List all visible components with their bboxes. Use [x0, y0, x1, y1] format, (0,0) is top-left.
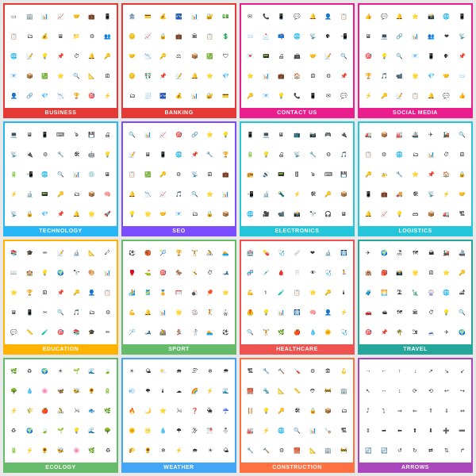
icon-cell-business-11: 📁 — [69, 26, 84, 45]
icons-area-banking: 🏦💳💰🏧📊🔐💵🪙📈🔒💼🏛📋💲🤝📉🔑⚖📦💹🛡🪙💱📌📝🔔⭐💎🗂🧾🏧💰📊🔐💳 — [123, 5, 235, 117]
icon-cell-electronics-22: 🔬 — [259, 185, 274, 204]
icon-cell-electronics-20: 💾 — [336, 164, 351, 183]
icon-cell-arrows-20: ⇔ — [455, 401, 470, 420]
icon-cell-travel-31: 🏜 — [408, 323, 423, 342]
icon-cell-logistics-26: ⚡ — [440, 185, 455, 204]
icon-cell-weather-20: ☔ — [218, 401, 233, 420]
icons-area-contact: ✉📞📱💬🔔👤📋📨📩📫🌐📡🗣📲💌📟🖨📠🤝📝🔍⭐📊💼🏠🗓⚙📌🔑📧💡📞📱✉💬 — [241, 5, 353, 117]
icons-area-technology: 💻🖥📱⌨🖱💾🖨📡🔌⚙🔧🛠🤖💡🔋📲🌐🔍📊💿🖥⚡🔬📟🔑🗂📦🧠📡🔒💎📌🔔🌟🚀 — [5, 123, 117, 235]
icon-cell-healthcare-30: 🌿 — [274, 323, 289, 342]
icon-cell-ecology-7: 🌳 — [6, 381, 21, 400]
icon-cell-social-27: 📨 — [455, 67, 470, 86]
icon-cell-healthcare-4: ❤ — [305, 243, 321, 262]
icons-area-business: ▭🏢📊📈🤝💼📱📋🗂💰🖥📁⚙👥🌐📝💡📌⏱🔔🔑📧📦💹⭐🔍📐🗓👤🔗💎📉🏆🎯⚡ — [5, 5, 117, 117]
icon-cell-social-26: 🤝 — [440, 67, 455, 86]
icon-cell-sport-31: 🏂 — [171, 323, 186, 342]
icon-cell-contact-17: 📠 — [290, 46, 305, 65]
icon-cell-education-26: 🗂 — [85, 303, 100, 322]
icon-grid: ▭🏢📊📈🤝💼📱📋🗂💰🖥📁⚙👥🌐📝💡📌⏱🔔🔑📧📦💹⭐🔍📐🗓👤🔗💎📉🏆🎯⚡BUSIN… — [0, 0, 476, 476]
icon-cell-contact-21: ⭐ — [243, 67, 258, 86]
icons-area-sport: ⚽🏀🎾🏆🏋🚴🏊🥊⛳🎯🏇🤸⏱🎿🏄🎽🏅🥅🎳🏓⭐💪🔔📊🌟🏐🤾🥋🏸🎿🚵🏂🤺🏊⚽ — [123, 241, 235, 353]
category-label-sport: SPORT — [123, 344, 235, 353]
icon-cell-seo-5: ⭐ — [203, 125, 218, 144]
icon-cell-sport-34: ⚽ — [218, 323, 233, 342]
icon-cell-contact-6: 📋 — [336, 6, 351, 25]
icon-cell-sport-13: 🎿 — [218, 263, 233, 282]
icon-cell-ecology-11: 🐝 — [69, 381, 84, 400]
icon-cell-construction-21: 🏭 — [243, 421, 258, 440]
icon-cell-travel-3: 🗺 — [408, 243, 423, 262]
icon-cell-seo-19: 🗓 — [203, 164, 218, 183]
icon-cell-arrows-34: ↱ — [455, 441, 470, 460]
icon-cell-electronics-18: 🖱 — [305, 164, 321, 183]
icon-cell-logistics-9: 🌐 — [392, 144, 407, 163]
icon-cell-healthcare-25: 🧠 — [305, 303, 321, 322]
icon-cell-technology-20: 🖥 — [100, 164, 115, 183]
icon-cell-contact-7: 📨 — [243, 26, 258, 45]
icon-cell-contact-34: 💬 — [336, 86, 351, 106]
icon-cell-education-9: 💡 — [37, 263, 52, 282]
icon-cell-logistics-18: 📌 — [424, 164, 439, 183]
icon-cell-education-31: 🎯 — [53, 323, 68, 342]
icon-cell-travel-24: 🏛 — [408, 303, 423, 322]
icon-cell-seo-24: 🎵 — [171, 185, 186, 204]
icon-cell-construction-15: 💡 — [259, 401, 274, 420]
icon-cell-technology-5: 💾 — [85, 125, 100, 144]
icon-cell-education-22: 📱 — [22, 303, 37, 322]
icon-cell-construction-0: 🏗 — [243, 361, 258, 380]
icon-cell-logistics-15: 🚁 — [377, 164, 392, 183]
icon-cell-contact-2: 📱 — [274, 6, 289, 25]
icon-cell-contact-3: 💬 — [290, 6, 305, 25]
icon-cell-construction-25: 📊 — [305, 421, 321, 440]
icon-cell-contact-9: 📫 — [274, 26, 289, 45]
icon-cell-contact-14: 💌 — [243, 46, 258, 65]
icon-cell-contact-22: 📊 — [259, 67, 274, 86]
card-arrows: →←↑↓↗↘↙↖↔↕⟳⟲↩↪⤴⤵⇒⇐⇑⇓⇔⇕➡⬅⬆⬇➕➖🔄🔃↺↻⇄⇅↱ARROW… — [358, 358, 473, 473]
icon-cell-social-23: 📹 — [392, 67, 407, 86]
icon-cell-sport-3: 🏆 — [171, 243, 186, 262]
icon-cell-electronics-23: 🔦 — [274, 185, 289, 204]
icon-cell-logistics-5: 🚂 — [440, 125, 455, 144]
icon-cell-weather-30: ❄ — [155, 441, 171, 460]
icon-cell-technology-16: 🌐 — [37, 164, 52, 183]
icon-cell-logistics-13: 🗓 — [455, 144, 470, 163]
icon-cell-sport-6: 🏊 — [218, 243, 233, 262]
icon-cell-electronics-11: 🔧 — [305, 144, 321, 163]
icon-cell-logistics-3: 🚢 — [408, 125, 423, 144]
icons-area-weather: ☀🌤⛅🌧⛈❄🌨💨🌪🌡☁🌈⚡🌊🔥🌙⭐🌬❓🌦☔🌞🌝💧🌩🌫🌁⛄🌮🌻❄⚡🌧☀🌤 — [123, 359, 235, 471]
icon-cell-ecology-33: 🌿 — [85, 441, 100, 460]
icon-cell-ecology-2: 🌍 — [37, 361, 52, 380]
icon-cell-travel-6: 🚢 — [455, 243, 470, 262]
icon-cell-ecology-6: 🍃 — [100, 361, 115, 380]
icon-cell-healthcare-18: ⭐ — [305, 282, 321, 301]
icon-cell-sport-14: 🏄 — [125, 282, 140, 301]
icon-cell-banking-1: 💳 — [140, 6, 155, 25]
icon-cell-ecology-23: 🍃 — [37, 421, 52, 440]
icon-cell-ecology-22: 🌍 — [22, 421, 37, 440]
icon-cell-travel-18: 🎡 — [424, 282, 439, 301]
icon-cell-seo-33: 🔒 — [203, 205, 218, 224]
icon-cell-seo-11: 📌 — [187, 144, 202, 163]
icon-cell-seo-18: 📡 — [187, 164, 202, 183]
icon-cell-healthcare-19: 🔑 — [321, 282, 336, 301]
icon-cell-electronics-6: 🔌 — [336, 125, 351, 144]
icon-cell-healthcare-8: 💉 — [259, 263, 274, 282]
icon-cell-logistics-23: 🚚 — [392, 185, 407, 204]
icon-cell-travel-13: 🔑 — [455, 263, 470, 282]
icon-cell-banking-23: 📌 — [155, 67, 171, 86]
icon-cell-technology-18: 📊 — [69, 164, 84, 183]
icon-cell-sport-25: 🏐 — [187, 303, 202, 322]
icon-cell-business-28: 👤 — [6, 86, 21, 106]
icon-cell-healthcare-9: 🩸 — [274, 263, 289, 282]
icon-cell-education-7: 📖 — [6, 263, 21, 282]
icon-cell-education-28: 💬 — [6, 323, 21, 342]
icon-cell-sport-1: 🏀 — [140, 243, 155, 262]
icon-cell-social-19: 🗣 — [440, 46, 455, 65]
icon-cell-education-3: 📝 — [53, 243, 68, 262]
card-education: 📚🎓✏📝🔬📐🖊📖🏫💡🌍🔭🎨📊⭐🏆🗓📌🔑👤📋🖥📱✂🔍🎵🗂⚙💬📏🧪🎯📚🎓✏EDUCA… — [3, 240, 118, 355]
icon-cell-logistics-27: 🤝 — [455, 185, 470, 204]
icon-cell-healthcare-11: 👁 — [305, 263, 321, 282]
icon-cell-business-20: 🔑 — [100, 46, 115, 65]
icon-cell-travel-0: ✈ — [361, 243, 376, 262]
icon-cell-logistics-19: 🏠 — [440, 164, 455, 183]
